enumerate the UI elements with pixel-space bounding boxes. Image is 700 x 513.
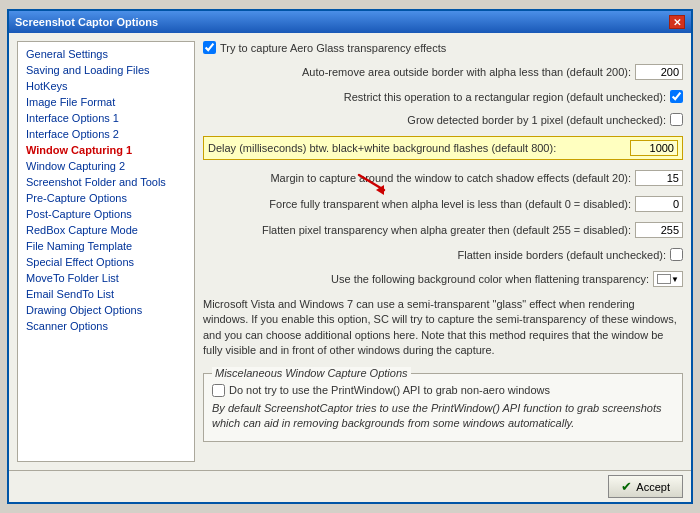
force-row: Force fully transparent when alpha level… [203, 196, 683, 212]
sidebar-item[interactable]: Drawing Object Options [18, 302, 194, 318]
aero-glass-row: Try to capture Aero Glass transparency e… [203, 41, 683, 54]
margin-label: Margin to capture around the window to c… [270, 172, 631, 184]
sidebar-item[interactable]: Pre-Capture Options [18, 190, 194, 206]
force-label: Force fully transparent when alpha level… [269, 198, 631, 210]
grow-row: Grow detected border by 1 pixel (default… [203, 113, 683, 126]
flatten-pixel-row: Flatten pixel transparency when alpha gr… [203, 222, 683, 238]
close-button[interactable]: ✕ [669, 15, 685, 29]
dialog-title: Screenshot Captor Options [15, 16, 158, 28]
misc-section-title: Miscelaneous Window Capture Options [212, 367, 411, 379]
restrict-checkbox[interactable] [670, 90, 683, 103]
force-input[interactable] [635, 196, 683, 212]
aero-glass-checkbox[interactable] [203, 41, 216, 54]
checkmark-icon: ✔ [621, 479, 632, 494]
auto-remove-row: Auto-remove area outside border with alp… [203, 64, 683, 80]
sidebar-item[interactable]: Email SendTo List [18, 286, 194, 302]
delay-row: Delay (milliseconds) btw. black+white ba… [203, 136, 683, 160]
sidebar-item[interactable]: Screenshot Folder and Tools [18, 174, 194, 190]
sidebar-item[interactable]: Scanner Options [18, 318, 194, 334]
sidebar: General SettingsSaving and Loading Files… [17, 41, 195, 462]
flatten-inside-checkbox[interactable] [670, 248, 683, 261]
delay-label: Delay (milliseconds) btw. black+white ba… [208, 142, 626, 154]
misc-section: Miscelaneous Window Capture Options Do n… [203, 373, 683, 443]
main-content: Try to capture Aero Glass transparency e… [203, 41, 683, 462]
misc-info-text: By default ScreenshotCaptor tries to use… [212, 401, 674, 432]
sidebar-item[interactable]: Post-Capture Options [18, 206, 194, 222]
auto-remove-label: Auto-remove area outside border with alp… [302, 66, 631, 78]
sidebar-item[interactable]: Interface Options 2 [18, 126, 194, 142]
delay-input[interactable] [630, 140, 678, 156]
bg-color-row: Use the following background color when … [203, 271, 683, 287]
sidebar-item[interactable]: Image File Format [18, 94, 194, 110]
margin-input[interactable] [635, 170, 683, 186]
sidebar-item[interactable]: RedBox Capture Mode [18, 222, 194, 238]
sidebar-item[interactable]: General Settings [18, 46, 194, 62]
grow-label: Grow detected border by 1 pixel (default… [407, 114, 666, 126]
bg-color-label: Use the following background color when … [331, 273, 649, 285]
bottom-bar: ✔ Accept [9, 470, 691, 502]
aero-glass-label: Try to capture Aero Glass transparency e… [220, 42, 446, 54]
restrict-label: Restrict this operation to a rectangular… [344, 91, 666, 103]
misc-checkbox-row: Do not try to use the PrintWindow() API … [212, 384, 674, 397]
sidebar-item[interactable]: Special Effect Options [18, 254, 194, 270]
sidebar-item[interactable]: HotKeys [18, 78, 194, 94]
dialog-window: Screenshot Captor Options ✕ General Sett… [7, 9, 693, 504]
restrict-row: Restrict this operation to a rectangular… [203, 90, 683, 103]
sidebar-item[interactable]: File Naming Template [18, 238, 194, 254]
sidebar-item[interactable]: Window Capturing 1 [18, 142, 194, 158]
sidebar-item[interactable]: Window Capturing 2 [18, 158, 194, 174]
flatten-pixel-input[interactable] [635, 222, 683, 238]
margin-row: Margin to capture around the window to c… [203, 170, 683, 186]
color-picker-button[interactable]: ▼ [653, 271, 683, 287]
accept-button[interactable]: ✔ Accept [608, 475, 683, 498]
misc-checkbox-label: Do not try to use the PrintWindow() API … [229, 384, 550, 396]
sidebar-item[interactable]: Saving and Loading Files [18, 62, 194, 78]
dialog-body: General SettingsSaving and Loading Files… [9, 33, 691, 470]
auto-remove-input[interactable] [635, 64, 683, 80]
flatten-inside-row: Flatten inside borders (default unchecke… [203, 248, 683, 261]
info-text: Microsoft Vista and Windows 7 can use a … [203, 297, 683, 359]
grow-checkbox[interactable] [670, 113, 683, 126]
misc-checkbox[interactable] [212, 384, 225, 397]
title-bar: Screenshot Captor Options ✕ [9, 11, 691, 33]
sidebar-item[interactable]: Interface Options 1 [18, 110, 194, 126]
sidebar-item[interactable]: MoveTo Folder List [18, 270, 194, 286]
flatten-pixel-label: Flatten pixel transparency when alpha gr… [262, 224, 631, 236]
flatten-inside-label: Flatten inside borders (default unchecke… [457, 249, 666, 261]
accept-label: Accept [636, 481, 670, 493]
